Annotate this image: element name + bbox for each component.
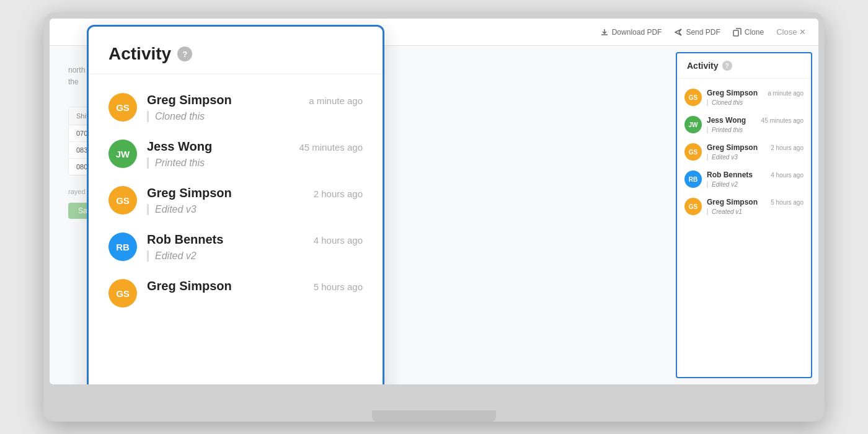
big-avatar: GS (108, 93, 137, 122)
item-info: Greg Simpson 2 hours ago Edited v3 (707, 143, 804, 161)
item-name: Greg Simpson (707, 143, 758, 152)
big-panel-header: Activity ? (89, 27, 383, 74)
close-button[interactable]: Close ✕ (776, 27, 806, 37)
close-x-icon: ✕ (799, 27, 806, 37)
item-action: Edited v3 (707, 154, 804, 161)
big-item-name: Greg Simpson (147, 186, 232, 200)
activity-sidebar: Activity ? GS Greg Simpson a minute ago (676, 52, 812, 378)
item-header: Rob Bennets 4 hours ago (707, 170, 804, 179)
item-info: Greg Simpson a minute ago Cloned this (707, 89, 804, 106)
item-info: Jess Wong 45 minutes ago Printed this (707, 116, 804, 133)
big-avatar: RB (108, 232, 137, 261)
avatar: GS (684, 89, 702, 106)
sidebar-title: Activity (687, 61, 719, 71)
big-item-info: Greg Simpson a minute ago Cloned this (147, 93, 363, 122)
item-time: 45 minutes ago (761, 117, 804, 124)
send-pdf-label: Send PDF (686, 28, 720, 37)
big-item-header: Jess Wong 45 minutes ago (147, 140, 363, 154)
send-pdf-button[interactable]: Send PDF (674, 28, 720, 37)
list-item: JW Jess Wong 45 minutes ago Printed this (677, 111, 811, 138)
avatar: JW (684, 116, 702, 133)
big-item-time: 45 minutes ago (299, 142, 363, 153)
big-item-info: Greg Simpson 2 hours ago Edited v3 (147, 186, 363, 215)
item-info: Rob Bennets 4 hours ago Edited v2 (707, 170, 804, 188)
item-header: Greg Simpson 2 hours ago (707, 143, 804, 152)
item-action: Created v1 (707, 208, 804, 215)
big-item-time: 4 hours ago (314, 235, 363, 246)
big-item-info: Rob Bennets 4 hours ago Edited v2 (147, 232, 363, 262)
screen-content: Download PDF Send PDF Clone Close (50, 19, 818, 384)
big-item-action: Edited v2 (147, 250, 363, 262)
big-item-info: Greg Simpson 5 hours ago (147, 279, 363, 293)
big-item-action: Edited v3 (147, 204, 363, 215)
item-header: Greg Simpson a minute ago (707, 89, 804, 97)
help-icon[interactable]: ? (722, 61, 732, 71)
item-name: Jess Wong (707, 116, 746, 125)
big-item-info: Jess Wong 45 minutes ago Printed this (147, 140, 363, 169)
big-list-item: JW Jess Wong 45 minutes ago Printed this (89, 131, 383, 177)
big-item-time: 5 hours ago (314, 281, 363, 292)
big-avatar: GS (108, 186, 137, 215)
list-item: GS Greg Simpson 2 hours ago Edited v3 (677, 138, 811, 166)
big-item-name: Jess Wong (147, 140, 212, 154)
big-avatar: JW (108, 140, 137, 168)
item-action: Printed this (707, 126, 804, 133)
big-list-item: GS Greg Simpson a minute ago Cloned this (89, 84, 383, 131)
laptop-base (372, 410, 496, 422)
download-pdf-label: Download PDF (612, 28, 662, 37)
big-item-name: Greg Simpson (147, 93, 232, 107)
big-item-time: 2 hours ago (314, 188, 363, 199)
big-activity-panel: Activity ? GS Greg Simpson a minute ago … (87, 25, 384, 384)
svg-rect-0 (733, 30, 738, 36)
laptop-screen: Download PDF Send PDF Clone Close (50, 19, 818, 384)
big-item-action: Cloned this (147, 111, 363, 122)
big-list-item: GS Greg Simpson 5 hours ago (89, 270, 383, 316)
big-list-item: GS Greg Simpson 2 hours ago Edited v3 (89, 177, 383, 224)
list-item: GS Greg Simpson a minute ago Cloned this (677, 84, 811, 111)
list-item: GS Greg Simpson 5 hours ago Created v1 (677, 193, 811, 220)
item-name: Greg Simpson (707, 198, 758, 206)
item-action: Cloned this (707, 99, 804, 106)
item-time: 2 hours ago (771, 144, 804, 151)
item-name: Greg Simpson (707, 89, 758, 97)
big-item-name: Rob Bennets (147, 232, 223, 247)
big-item-time: a minute ago (309, 95, 363, 106)
download-pdf-button[interactable]: Download PDF (600, 28, 662, 37)
clone-button[interactable]: Clone (733, 28, 764, 37)
big-item-action: Printed this (147, 157, 363, 169)
item-time: 5 hours ago (771, 199, 804, 206)
laptop-shell: Download PDF Send PDF Clone Close (43, 12, 825, 422)
avatar: RB (684, 170, 702, 188)
item-action: Edited v2 (707, 181, 804, 188)
close-label: Close (776, 27, 797, 37)
item-header: Jess Wong 45 minutes ago (707, 116, 804, 125)
clone-label: Clone (745, 28, 764, 37)
big-panel-title: Activity (108, 44, 171, 64)
big-list-item: RB Rob Bennets 4 hours ago Edited v2 (89, 224, 383, 270)
item-time: a minute ago (768, 90, 804, 97)
big-item-header: Greg Simpson a minute ago (147, 93, 363, 107)
item-time: 4 hours ago (771, 172, 804, 179)
big-item-header: Rob Bennets 4 hours ago (147, 232, 363, 247)
big-avatar: GS (108, 279, 137, 308)
big-help-icon[interactable]: ? (177, 46, 192, 61)
list-item: RB Rob Bennets 4 hours ago Edited v2 (677, 166, 811, 193)
sidebar-items: GS Greg Simpson a minute ago Cloned this (677, 79, 811, 377)
item-header: Greg Simpson 5 hours ago (707, 198, 804, 206)
item-info: Greg Simpson 5 hours ago Created v1 (707, 198, 804, 215)
avatar: GS (684, 143, 702, 161)
item-name: Rob Bennets (707, 170, 753, 179)
avatar: GS (684, 198, 702, 215)
big-items: GS Greg Simpson a minute ago Cloned this… (89, 74, 383, 384)
big-item-header: Greg Simpson 5 hours ago (147, 279, 363, 293)
big-item-name: Greg Simpson (147, 279, 232, 293)
big-item-header: Greg Simpson 2 hours ago (147, 186, 363, 200)
sidebar-header: Activity ? (677, 53, 811, 79)
